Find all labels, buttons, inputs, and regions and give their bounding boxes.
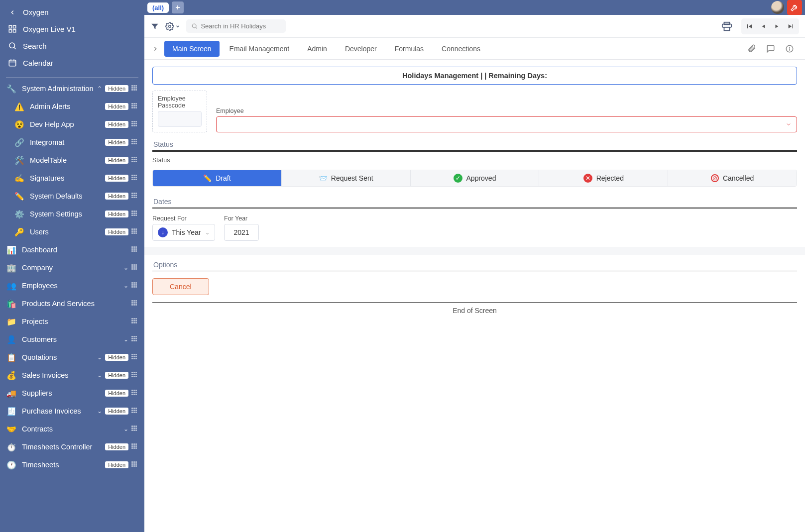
- drag-grip-icon[interactable]: [131, 372, 138, 379]
- drag-grip-icon[interactable]: [131, 85, 138, 92]
- sidebar-item-contracts[interactable]: 🤝Contracts⌄: [0, 420, 144, 438]
- drag-grip-icon[interactable]: [131, 318, 138, 325]
- search-box[interactable]: [186, 19, 286, 33]
- request-for-select[interactable]: ↓ This Year ⌄: [152, 224, 215, 241]
- drag-grip-icon[interactable]: [131, 228, 138, 235]
- sidebar-item-label: Sales Invoices: [22, 371, 96, 379]
- sidebar-item-timesheets-controller[interactable]: ⏱️Timesheets ControllerHidden: [0, 438, 144, 456]
- tab-main-screen[interactable]: Main Screen: [164, 41, 220, 57]
- sidebar-item-modeltable[interactable]: 🛠️ModelTableHidden: [0, 151, 144, 169]
- tab-email-management[interactable]: Email Management: [222, 41, 298, 57]
- record-tab-all[interactable]: (all): [147, 2, 169, 13]
- drag-grip-icon[interactable]: [131, 157, 138, 164]
- sidebar-item-label: Employees: [22, 282, 122, 290]
- cancel-button[interactable]: Cancel: [152, 278, 209, 295]
- svg-rect-0: [9, 25, 11, 28]
- sidebar-item-system-defaults[interactable]: ✏️System DefaultsHidden: [0, 187, 144, 205]
- item-icon: ⚙️: [14, 209, 25, 219]
- attachments-icon[interactable]: [747, 44, 756, 53]
- tab-formulas[interactable]: Formulas: [387, 41, 432, 57]
- svg-line-14: [196, 27, 197, 29]
- drag-grip-icon[interactable]: [131, 300, 138, 307]
- drag-grip-icon[interactable]: [131, 354, 138, 361]
- sidebar-item-dev-help-app[interactable]: 😵Dev Help AppHidden: [0, 115, 144, 133]
- status-approved[interactable]: ✓ Approved: [411, 170, 540, 186]
- sidebar-item-products-and-services[interactable]: 🛍️Products And Services: [0, 295, 144, 313]
- sidebar-item-company[interactable]: 🏢Company⌄: [0, 259, 144, 277]
- section-status: Status: [152, 137, 797, 152]
- sidebar-item-timesheets[interactable]: 🕐TimesheetsHidden: [0, 456, 144, 474]
- employee-passcode-box: Employee Passcode: [152, 91, 207, 132]
- drag-grip-icon[interactable]: [131, 461, 138, 468]
- sidebar-item-quotations[interactable]: 📋Quotations⌄Hidden: [0, 348, 144, 366]
- drag-grip-icon[interactable]: [131, 175, 138, 182]
- hidden-badge: Hidden: [105, 372, 128, 379]
- drag-grip-icon[interactable]: [131, 246, 138, 253]
- item-icon: 🤝: [6, 424, 17, 434]
- info-icon[interactable]: [785, 44, 794, 53]
- drag-grip-icon[interactable]: [131, 408, 138, 415]
- svg-rect-3: [13, 30, 16, 32]
- nav-last[interactable]: [784, 19, 798, 33]
- sidebar-item-sales-invoices[interactable]: 💰Sales Invoices⌄Hidden: [0, 366, 144, 384]
- tab-developer[interactable]: Developer: [337, 41, 385, 57]
- search-input[interactable]: [201, 22, 281, 30]
- gear-dropdown[interactable]: [165, 22, 180, 31]
- sidebar-item-projects[interactable]: 📁Projects: [0, 313, 144, 330]
- item-icon: 🔧: [6, 83, 17, 94]
- nav-calendar[interactable]: Calendar: [0, 54, 144, 71]
- sidebar-item-customers[interactable]: 👤Customers⌄: [0, 330, 144, 348]
- nav-prev[interactable]: [756, 19, 770, 33]
- print-button[interactable]: [721, 21, 732, 32]
- sidebar-item-suppliers[interactable]: 🚚SuppliersHidden: [0, 384, 144, 402]
- back-to-app[interactable]: Oxygen: [0, 4, 144, 20]
- drag-grip-icon[interactable]: [131, 211, 138, 217]
- tab-connections[interactable]: Connections: [434, 41, 488, 57]
- settings-wrench-button[interactable]: [787, 0, 802, 15]
- drag-grip-icon[interactable]: [131, 282, 138, 289]
- drag-grip-icon[interactable]: [131, 121, 138, 128]
- for-year-input[interactable]: 2021: [224, 224, 259, 241]
- nav-next[interactable]: [770, 19, 784, 33]
- drag-grip-icon[interactable]: [131, 426, 138, 432]
- sidebar-item-label: Integromat: [30, 138, 105, 146]
- status-request-sent[interactable]: 📨 Request Sent: [282, 170, 411, 186]
- comments-icon[interactable]: [766, 44, 775, 53]
- drag-grip-icon[interactable]: [131, 193, 138, 200]
- hidden-badge: Hidden: [105, 139, 128, 146]
- employee-select[interactable]: [216, 116, 797, 132]
- sidebar-item-system-settings[interactable]: ⚙️System SettingsHidden: [0, 205, 144, 223]
- request-for-label: Request For: [152, 215, 215, 222]
- sidebar-item-employees[interactable]: 👥Employees⌄: [0, 277, 144, 295]
- sidebar-item-dashboard[interactable]: 📊Dashboard: [0, 241, 144, 259]
- nav-search[interactable]: Search: [0, 37, 144, 54]
- nav-first[interactable]: [742, 19, 756, 33]
- sidebar-item-users[interactable]: 🔑UsersHidden: [0, 223, 144, 241]
- drag-grip-icon[interactable]: [131, 264, 138, 271]
- sidebar-item-admin-alerts[interactable]: ⚠️Admin AlertsHidden: [0, 98, 144, 115]
- user-avatar[interactable]: [771, 1, 784, 14]
- drag-grip-icon[interactable]: [131, 443, 138, 450]
- hidden-badge: Hidden: [105, 408, 128, 415]
- section-dates: Dates: [152, 195, 797, 209]
- drag-grip-icon[interactable]: [131, 103, 138, 110]
- sidebar-item-integromat[interactable]: 🔗IntegromatHidden: [0, 133, 144, 151]
- drag-grip-icon[interactable]: [131, 336, 138, 343]
- status-rejected[interactable]: ✕ Rejected: [539, 170, 668, 186]
- nav-live[interactable]: Oxygen Live V1: [0, 20, 144, 37]
- svg-point-12: [169, 25, 171, 27]
- sidebar-item-system-administration[interactable]: 🔧System Administration⌃Hidden: [0, 80, 144, 98]
- drag-grip-icon[interactable]: [131, 390, 138, 397]
- status-draft[interactable]: ✏️ Draft: [153, 170, 282, 186]
- tab-admin[interactable]: Admin: [299, 41, 335, 57]
- sidebar-item-signatures[interactable]: ✍️SignaturesHidden: [0, 169, 144, 187]
- passcode-input[interactable]: [158, 111, 202, 127]
- drag-grip-icon[interactable]: [131, 139, 138, 146]
- expand-tabs-icon[interactable]: [148, 45, 162, 52]
- status-cancelled[interactable]: ⊘ Cancelled: [668, 170, 797, 186]
- sidebar-item-purchase-invoices[interactable]: 🧾Purchase Invoices⌄Hidden: [0, 402, 144, 420]
- for-year-label: For Year: [224, 215, 259, 222]
- add-tab-button[interactable]: [172, 1, 184, 13]
- filter-button[interactable]: [150, 22, 159, 31]
- nav-label: Oxygen Live V1: [23, 25, 76, 33]
